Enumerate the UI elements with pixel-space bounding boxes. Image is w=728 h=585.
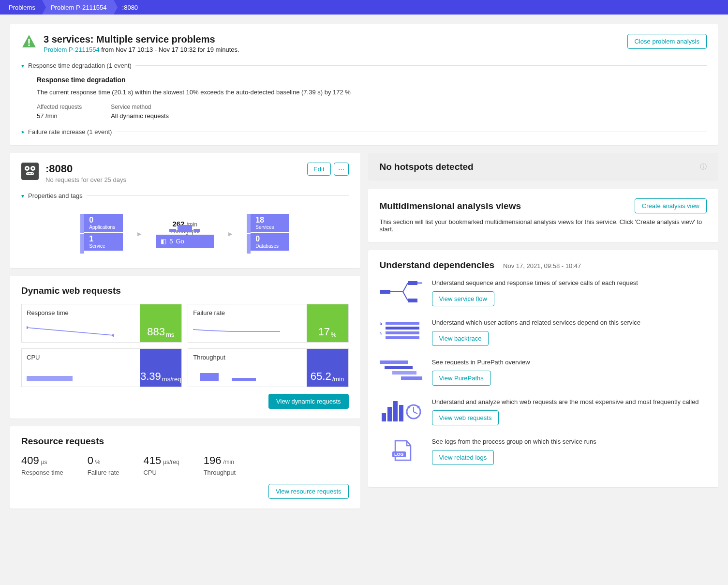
flow-services[interactable]: 18Services: [251, 214, 289, 232]
svg-point-4: [26, 167, 28, 169]
affected-label: Affected requests: [37, 104, 82, 110]
view-backtrace-button[interactable]: View backtrace: [432, 331, 489, 346]
method-value: All dynamic requests: [111, 112, 169, 120]
arrow-icon: ▶: [228, 231, 232, 237]
view-web-requests-button[interactable]: View web requests: [432, 410, 499, 425]
web-requests-icon: [380, 398, 423, 423]
svg-rect-27: [385, 366, 413, 369]
properties-label: Properties and tags: [28, 192, 83, 199]
service-subtitle: No requests for over 25 days: [45, 176, 126, 183]
event1-toggle[interactable]: ▾ Response time degradation (1 event): [21, 62, 707, 69]
problem-title: 3 services: Multiple service problems: [44, 34, 239, 45]
view-related-logs-button[interactable]: View related logs: [432, 450, 494, 465]
breadcrumb: Problems Problem P-2111554 :8080: [0, 0, 728, 15]
svg-rect-13: [27, 376, 73, 381]
svg-rect-26: [380, 360, 408, 364]
svg-rect-18: [408, 299, 417, 302]
tile-throughput[interactable]: Throughput 65.2/min: [188, 348, 348, 387]
tile-response-time[interactable]: Response time 883ms: [21, 304, 182, 343]
more-button[interactable]: ⋯: [334, 163, 349, 176]
dep-logs: LOG See logs from the process group on w…: [380, 438, 707, 465]
svg-rect-20: [386, 322, 419, 325]
res-failure-rate: 0 %Failure rate: [88, 454, 119, 476]
svg-rect-32: [393, 401, 398, 421]
chevron-down-icon: ▾: [21, 193, 24, 199]
dynreq-title: Dynamic web requests: [21, 285, 349, 296]
flow-applications[interactable]: 0Applications: [84, 214, 123, 232]
svg-rect-8: [29, 173, 30, 174]
close-problem-button[interactable]: Close problem analysis: [627, 34, 707, 49]
svg-point-12: [112, 334, 114, 337]
breadcrumb-problems[interactable]: Problems: [0, 0, 42, 15]
flow-go[interactable]: ◧ 5 Go: [156, 235, 214, 248]
dep-purepaths: See requests in PurePath overview View P…: [380, 359, 707, 386]
multi-title: Multidimensional analysis views: [380, 201, 521, 211]
dependencies-card: Understand dependencies Nov 17, 2021, 09…: [368, 250, 719, 487]
view-service-flow-button[interactable]: View service flow: [432, 291, 494, 306]
edit-button[interactable]: Edit: [307, 163, 330, 176]
dep-desc: See logs from the process group on which…: [432, 438, 596, 445]
svg-text:t₂: t₂: [380, 331, 382, 335]
problem-card: 3 services: Multiple service problems Pr…: [10, 24, 718, 145]
method-label: Service method: [111, 104, 169, 110]
dep-service-flow: Understand sequence and response times o…: [380, 279, 707, 306]
svg-rect-31: [387, 407, 392, 421]
service-title-text: :8080: [45, 163, 126, 175]
svg-point-5: [32, 167, 34, 169]
problem-meta: from Nov 17 10:13 - Nov 17 10:32 for 19 …: [101, 46, 239, 53]
svg-rect-29: [401, 376, 422, 380]
breadcrumb-problem-id[interactable]: Problem P-2111554: [42, 0, 114, 15]
svg-rect-33: [399, 405, 403, 421]
svg-rect-0: [29, 39, 30, 44]
multi-desc: This section will list your bookmarked m…: [380, 218, 707, 233]
service-card: :8080 No requests for over 25 days Edit …: [10, 153, 360, 268]
event2-toggle[interactable]: ▾ Failure rate increase (1 event): [21, 128, 707, 135]
event2-header-label: Failure rate increase (1 event): [28, 128, 112, 135]
flow-databases[interactable]: 0Databases: [251, 233, 289, 251]
svg-rect-28: [392, 371, 416, 375]
dep-web-requests: Understand and analyze which web request…: [380, 398, 707, 425]
dep-desc: Understand sequence and response times o…: [432, 279, 638, 286]
flow-service[interactable]: 1Service: [84, 233, 123, 251]
hotspots-card: No hotspots detected ⓘ: [368, 153, 719, 181]
svg-rect-16: [408, 281, 417, 285]
dynamic-requests-card: Dynamic web requests Response time 883ms…: [10, 276, 360, 419]
svg-rect-30: [382, 413, 386, 421]
svg-rect-19: [380, 290, 390, 294]
res-response-time: 409 µsResponse time: [21, 454, 63, 476]
go-icon: ◧: [161, 238, 166, 245]
logs-icon: LOG: [380, 438, 423, 463]
service-icon: [21, 163, 39, 180]
properties-toggle[interactable]: ▾ Properties and tags: [21, 192, 349, 199]
view-dynamic-requests-button[interactable]: View dynamic requests: [268, 394, 348, 409]
view-resource-requests-button[interactable]: View resource requests: [268, 484, 349, 499]
event1-header-label: Response time degradation (1 event): [28, 62, 132, 69]
event1-details: Response time degradation The current re…: [21, 69, 707, 120]
svg-rect-7: [28, 173, 29, 174]
svg-rect-21: [386, 327, 419, 330]
breadcrumb-port[interactable]: :8080: [114, 0, 145, 15]
problem-link[interactable]: Problem P-2111554: [44, 46, 100, 53]
view-purepaths-button[interactable]: View PurePaths: [432, 371, 491, 386]
purepaths-icon: [380, 359, 423, 384]
svg-text:LOG: LOG: [394, 452, 404, 457]
dep-desc: See requests in PurePath overview: [432, 359, 530, 366]
chevron-right-icon: ▾: [19, 131, 26, 134]
deps-title: Understand dependencies: [380, 260, 495, 270]
svg-rect-6: [26, 172, 34, 175]
resreq-title: Resource requests: [21, 436, 349, 447]
info-icon[interactable]: ⓘ: [700, 163, 707, 171]
deps-date: Nov 17, 2021, 09:58 - 10:47: [503, 262, 581, 270]
affected-value: 57 /min: [37, 112, 82, 120]
hotspots-title: No hotspots detected: [380, 162, 474, 172]
create-analysis-view-button[interactable]: Create analysis view: [635, 198, 707, 213]
svg-rect-23: [386, 336, 419, 339]
svg-rect-17: [417, 282, 422, 284]
svg-rect-1: [29, 45, 30, 46]
service-flow-icon: [380, 279, 423, 304]
event1-title: Response time degradation: [37, 76, 707, 84]
event1-desc: The current response time (20.1 s) withi…: [37, 89, 707, 96]
svg-text:t₁: t₁: [380, 321, 382, 326]
tile-failure-rate[interactable]: Failure rate 17%: [188, 304, 348, 343]
tile-cpu[interactable]: CPU 3.39ms/req: [21, 348, 182, 387]
